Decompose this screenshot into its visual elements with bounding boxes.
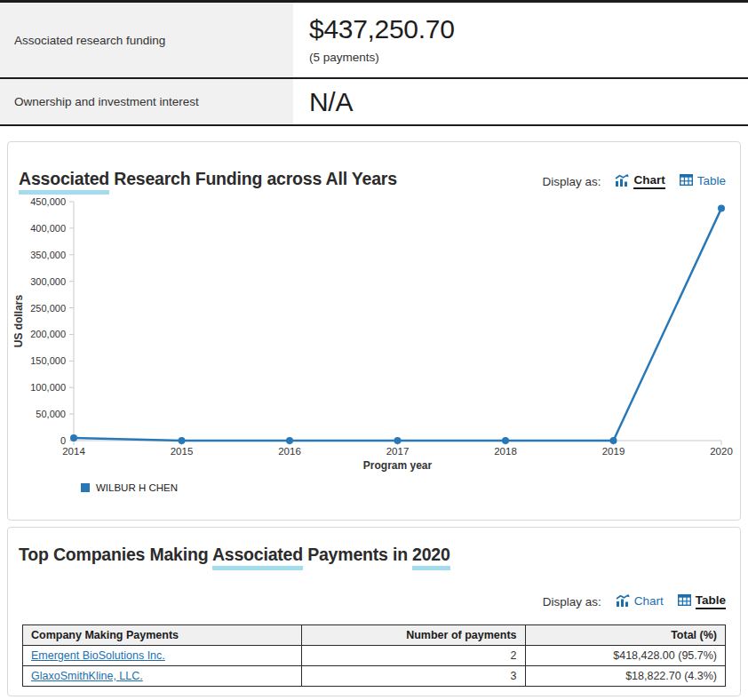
company-link-emergent[interactable]: Emergent BioSolutions Inc. [31,649,165,662]
y-tick-label: 200,000 [30,329,66,339]
companies-table-wrap: Company Making Payments Number of paymen… [8,609,740,687]
y-tick-label: 150,000 [30,355,66,366]
header-total-percent: Total (%) [525,625,725,646]
company-link-glaxosmithkline[interactable]: GlaxoSmithKline, LLC. [31,670,143,682]
companies-title-highlight-year: 2020 [412,545,450,570]
funding-title-rest: Research Funding across All Years [109,169,397,188]
x-axis-title: Program year [363,459,433,472]
funding-card-title: Associated Research Funding across All Y… [19,169,397,189]
payments-count-cell: 3 [302,666,526,687]
total-percent-cell: $18,822.70 (4.3%) [525,666,725,687]
table-toggle-label: Table [697,174,726,188]
chart-view-toggle[interactable]: Chart [615,173,664,189]
table-row: GlaxoSmithKline, LLC. 3 $18,822.70 (4.3%… [23,666,726,687]
companies-display-as: Display as: Chart [543,593,726,609]
bar-chart-icon [616,594,630,609]
funding-title-highlight: Associated [19,169,109,195]
y-tick-label: 100,000 [30,382,66,393]
research-funding-label: Associated research funding [0,3,293,77]
research-funding-payment-count: (5 payments) [309,51,739,64]
table-grid-icon [680,174,693,188]
companies-display-row: Display as: Chart [8,565,740,609]
companies-table: Company Making Payments Number of paymen… [22,624,726,687]
data-point-2015 [179,437,186,444]
data-line [74,209,721,441]
funding-line-chart: 050,000100,000150,000200,000250,000300,0… [8,189,740,475]
companies-title-highlight-associated: Associated [212,545,303,570]
legend-series-name: WILBUR H CHEN [96,482,178,493]
data-point-2016 [286,437,293,444]
x-tick-label: 2020 [710,446,733,457]
x-tick-label: 2015 [171,446,194,457]
chart-legend: WILBUR H CHEN [81,482,740,493]
data-point-2018 [502,437,509,444]
bar-chart-icon [615,174,629,189]
funding-chart-card: Associated Research Funding across All Y… [7,141,741,521]
companies-title-row: Top Companies Making Associated Payments… [8,528,740,565]
companies-title-seg1: Top Companies Making [19,545,212,564]
y-tick-label: 400,000 [30,223,66,234]
ownership-value: N/A [309,87,353,117]
header-company: Company Making Payments [23,625,302,646]
companies-chart-view-toggle[interactable]: Chart [616,594,664,609]
companies-card-title: Top Companies Making Associated Payments… [19,545,726,565]
funding-line-chart-svg: 050,000100,000150,000200,000250,000300,0… [8,193,740,472]
header-number-of-payments: Number of payments [302,625,526,646]
companies-table-toggle-label: Table [696,593,726,609]
x-tick-label: 2019 [602,446,625,457]
table-row: Emergent BioSolutions Inc. 2 $418,428.00… [23,646,726,666]
x-tick-label: 2014 [62,446,85,457]
companies-table-header-row: Company Making Payments Number of paymen… [23,625,726,646]
ownership-value-cell: N/A [293,79,748,124]
summary-row-research-funding: Associated research funding $437,250.70 … [0,3,748,79]
data-point-2020 [718,205,725,212]
companies-chart-toggle-label: Chart [634,594,664,609]
display-as-label-2: Display as: [543,595,601,609]
data-point-2019 [610,437,617,444]
profile-summary-table: Associated research funding $437,250.70 … [0,0,748,126]
x-tick-label: 2018 [494,446,517,457]
companies-title-seg3: Payments in [303,545,412,564]
funding-card-header: Associated Research Funding across All Y… [8,142,740,189]
companies-table-view-toggle[interactable]: Table [678,593,726,609]
y-tick-label: 350,000 [30,250,66,260]
table-view-toggle[interactable]: Table [680,174,726,188]
table-grid-icon [678,594,691,609]
y-tick-label: 250,000 [30,303,66,314]
legend-swatch [81,483,90,492]
y-tick-label: 450,000 [30,196,66,207]
data-point-2017 [394,437,402,444]
ownership-label: Ownership and investment interest [0,79,293,124]
display-as-label: Display as: [542,175,601,188]
payments-count-cell: 2 [302,646,526,666]
x-tick-label: 2016 [278,446,301,457]
y-axis-title: US dollars [12,295,25,348]
y-tick-label: 0 [60,435,66,446]
research-funding-value-cell: $437,250.70 (5 payments) [293,3,748,77]
total-percent-cell: $418,428.00 (95.7%) [525,646,725,666]
x-tick-label: 2017 [386,446,410,457]
summary-row-ownership: Ownership and investment interest N/A [0,79,748,126]
funding-display-as: Display as: Chart [542,173,726,189]
y-tick-label: 300,000 [30,276,66,287]
y-tick-label: 50,000 [36,409,66,419]
data-point-2014 [70,434,77,441]
research-funding-amount: $437,250.70 [309,14,739,44]
chart-toggle-label: Chart [633,173,664,189]
top-companies-card: Top Companies Making Associated Payments… [7,527,741,696]
